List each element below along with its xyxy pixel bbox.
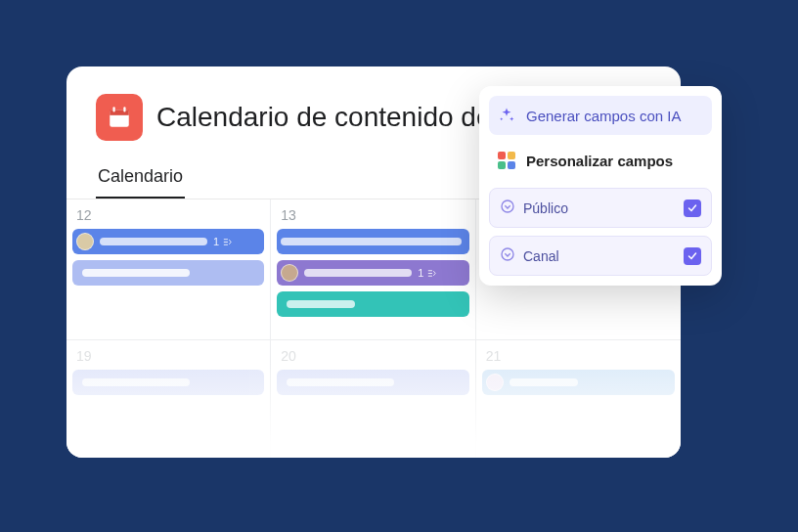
subtask-count: 1 [418, 267, 437, 279]
generate-ai-label: Generar campos con IA [526, 108, 681, 124]
svg-point-4 [502, 200, 513, 212]
task-title-placeholder [510, 378, 578, 386]
field-label: Canal [523, 248, 559, 264]
day-cell[interactable]: 12 1 [66, 200, 271, 340]
field-toggle-canal[interactable]: Canal [489, 236, 712, 276]
task-item[interactable] [277, 370, 468, 395]
task-item[interactable]: 1 [72, 229, 264, 254]
svg-rect-2 [113, 107, 115, 111]
svg-point-5 [502, 248, 513, 260]
task-title-placeholder [287, 300, 355, 308]
calendar-app-icon [96, 94, 143, 141]
task-title-placeholder [82, 269, 190, 277]
generate-fields-ai-button[interactable]: Generar campos con IA [489, 96, 712, 135]
day-cell[interactable]: 21 [476, 340, 681, 458]
task-title-placeholder [304, 269, 412, 277]
task-title-placeholder [287, 378, 394, 386]
task-item[interactable] [277, 291, 468, 317]
sparkles-icon [497, 106, 516, 125]
task-title-placeholder [100, 238, 207, 245]
customize-fields-popover: Generar campos con IA Personalizar campo… [479, 86, 722, 286]
subtask-count: 1 [213, 236, 233, 247]
day-cell[interactable]: 20 [271, 340, 475, 458]
task-item[interactable] [72, 260, 264, 286]
day-number: 19 [72, 346, 264, 370]
day-number: 20 [277, 346, 468, 370]
task-item[interactable]: 1 [277, 260, 468, 286]
avatar [486, 374, 504, 391]
tab-calendar[interactable]: Calendario [96, 160, 185, 199]
avatar [76, 233, 94, 250]
field-toggle-publico[interactable]: Público [489, 188, 712, 228]
task-item[interactable] [482, 370, 675, 395]
field-label: Público [523, 200, 568, 216]
svg-rect-1 [110, 110, 129, 114]
day-cell[interactable]: 13 1 [271, 200, 475, 340]
day-number: 13 [277, 205, 468, 229]
customize-label: Personalizar campos [526, 153, 673, 169]
task-title-placeholder [281, 238, 461, 245]
task-item[interactable] [72, 370, 264, 395]
task-item[interactable] [277, 229, 468, 254]
page-title: Calendario de contenido de [156, 102, 491, 133]
dropdown-circle-icon [500, 199, 515, 217]
fields-grid-icon [497, 151, 516, 170]
customize-fields-button[interactable]: Personalizar campos [489, 141, 712, 180]
avatar [281, 264, 298, 282]
dropdown-circle-icon [500, 246, 515, 265]
day-number: 21 [482, 346, 675, 370]
checkbox-checked-icon[interactable] [684, 247, 701, 265]
checkbox-checked-icon[interactable] [684, 200, 701, 217]
svg-rect-3 [123, 107, 125, 111]
day-number: 12 [72, 205, 264, 229]
task-title-placeholder [82, 378, 190, 386]
day-cell[interactable]: 19 [66, 340, 271, 458]
